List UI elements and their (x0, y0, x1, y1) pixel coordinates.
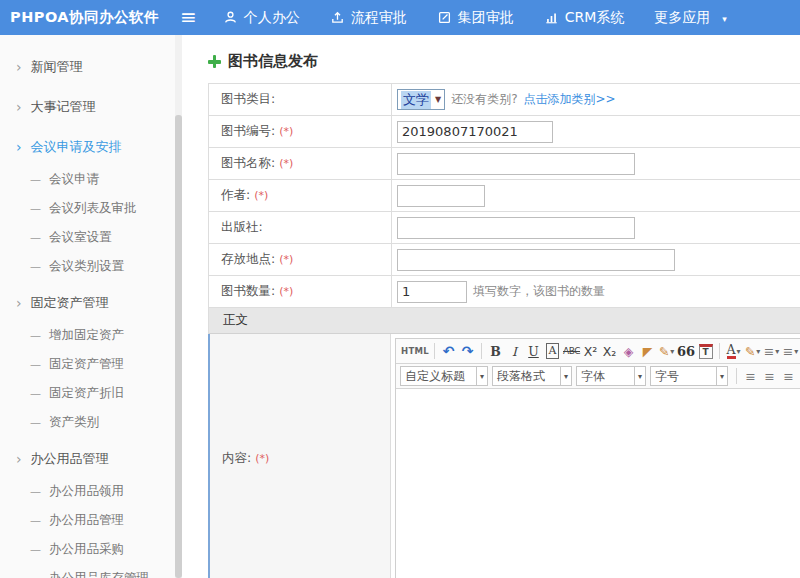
paragraph-format-select[interactable]: 段落格式 ▾ (492, 366, 572, 386)
paste-plain-text-icon[interactable]: T (699, 344, 713, 359)
category-hint: 还没有类别? (451, 91, 517, 108)
book-form: 图书类目: 文学 ▼ 还没有类别? 点击添加类别>> 图书编号: (*) (208, 83, 800, 578)
add-category-link[interactable]: 点击添加类别>> (524, 91, 616, 108)
select-caret-icon: ▼ (435, 95, 441, 104)
form-row-author: 作者: (*) (209, 180, 800, 212)
unordered-list-button[interactable]: ≡▾ (782, 341, 799, 361)
sidebar-item-meeting-category-settings[interactable]: — 会议类别设置 (0, 252, 182, 281)
category-label: 图书类目: (221, 91, 275, 108)
sidebar-item-asset-category[interactable]: — 资产类别 (0, 408, 182, 437)
upload-arrow-icon (330, 10, 345, 25)
dash-icon: — (30, 329, 41, 342)
menu-process-approval[interactable]: 流程审批 (330, 9, 407, 27)
bar-chart-icon (544, 10, 559, 25)
chevron-right-icon: › (16, 296, 22, 310)
form-row-location: 存放地点: (*) (209, 244, 800, 276)
sidebar-item-news-management[interactable]: › 新闻管理 (0, 49, 182, 85)
topbar-menu: 个人办公 流程审批 集团审批 CRM系统 更多应用 ▾ (223, 9, 727, 27)
strikethrough-button[interactable]: ABC (563, 341, 580, 361)
required-mark: (*) (255, 452, 269, 465)
italic-button[interactable]: I (506, 341, 523, 361)
underline-button[interactable]: U (525, 341, 542, 361)
sidebar-item-fixed-assets[interactable]: › 固定资产管理 (0, 285, 182, 321)
publisher-input[interactable] (397, 217, 635, 239)
topbar: PHPOA协同办公软件 ≡ 个人办公 流程审批 集团审批 CRM系统 更多应用 … (0, 0, 800, 35)
sidebar-scrollbar-track[interactable] (175, 35, 182, 578)
required-mark: (*) (254, 189, 268, 202)
required-mark: (*) (279, 125, 293, 138)
bold-button[interactable]: B (487, 341, 504, 361)
editor-content-area[interactable] (396, 389, 800, 578)
dash-icon: — (30, 416, 41, 429)
chevron-right-icon: › (16, 100, 22, 114)
undo-icon[interactable]: ↶ (440, 341, 457, 361)
author-input[interactable] (397, 185, 485, 207)
main-content: 图书信息发布 图书类目: 文学 ▼ 还没有类别? 点击添加类别>> 图书编号: (182, 35, 800, 578)
sidebar-item-supplies-request[interactable]: — 办公用品领用 (0, 477, 182, 506)
dash-icon: — (30, 572, 41, 578)
caret-down-icon: ▾ (560, 367, 571, 385)
location-input[interactable] (397, 249, 675, 271)
subscript-button[interactable]: X₂ (601, 341, 618, 361)
dash-icon: — (30, 543, 41, 556)
html-source-button[interactable]: HTML (401, 341, 429, 361)
sidebar-item-supplies-purchase[interactable]: — 办公用品采购 (0, 535, 182, 564)
menu-crm-system[interactable]: CRM系统 (544, 9, 625, 27)
location-label: 存放地点: (221, 251, 275, 268)
menu-personal-office[interactable]: 个人办公 (223, 9, 300, 27)
sidebar-nav: › 新闻管理 › 大事记管理 › 会议申请及安排 — 会议申请 — 会议列表及审… (0, 35, 182, 578)
blockquote-button[interactable]: 66 (677, 341, 695, 361)
form-row-book-name: 图书名称: (*) (209, 148, 800, 180)
sidebar-item-supplies-management[interactable]: — 办公用品管理 (0, 506, 182, 535)
sidebar-item-meeting-list-approval[interactable]: — 会议列表及审批 (0, 194, 182, 223)
align-center-icon[interactable]: ≡ (761, 366, 778, 386)
editor-toolbar-row2: 自定义标题 ▾ 段落格式 ▾ 字体 ▾ 字号 ▾ (396, 364, 800, 389)
align-left-icon[interactable]: ≡ (742, 366, 759, 386)
sidebar-scrollbar-thumb[interactable] (175, 115, 182, 578)
sidebar-item-office-supplies[interactable]: › 办公用品管理 (0, 441, 182, 477)
align-right-icon[interactable]: ≡ (780, 366, 797, 386)
superscript-button[interactable]: X² (582, 341, 599, 361)
book-name-input[interactable] (397, 153, 635, 175)
sidebar-item-add-fixed-asset[interactable]: — 增加固定资产 (0, 321, 182, 350)
quantity-label: 图书数量: (221, 283, 275, 300)
menu-more-apps[interactable]: 更多应用 (654, 9, 710, 27)
sidebar-item-supplies-inventory[interactable]: — 办公用品库存管理 (0, 564, 182, 578)
sidebar-item-meeting-management[interactable]: › 会议申请及安排 (0, 129, 182, 165)
required-mark: (*) (279, 157, 293, 170)
quantity-input[interactable] (397, 281, 467, 303)
form-row-category: 图书类目: 文学 ▼ 还没有类别? 点击添加类别>> (209, 84, 800, 116)
body-section-bar: 正文 (209, 308, 800, 334)
form-row-book-number: 图书编号: (*) (209, 116, 800, 148)
format-painter-icon[interactable]: ✎▾ (658, 341, 675, 361)
app-logo: PHPOA协同办公软件 (0, 8, 172, 27)
quantity-hint: 填写数字，该图书的数量 (473, 283, 605, 300)
publisher-label: 出版社: (221, 219, 263, 236)
sidebar-item-meeting-apply[interactable]: — 会议申请 (0, 165, 182, 194)
font-color-button[interactable]: A▾ (725, 341, 742, 361)
font-family-select[interactable]: 字体 ▾ (576, 366, 646, 386)
clear-format-icon[interactable]: ◤ (639, 341, 656, 361)
sidebar-item-milestone-management[interactable]: › 大事记管理 (0, 89, 182, 125)
menu-group-approval[interactable]: 集团审批 (437, 9, 514, 27)
form-row-content: 内容: (*) HTML ↶ ↷ B I U A ABC (209, 334, 800, 578)
dash-icon: — (30, 173, 41, 186)
font-size-select[interactable]: 字号 ▾ (650, 366, 728, 386)
dash-icon: — (30, 514, 41, 527)
ordered-list-button[interactable]: ≡▾ (763, 341, 780, 361)
sidebar-item-fixed-asset-depreciation[interactable]: — 固定资产折旧 (0, 379, 182, 408)
edit-square-icon (437, 10, 452, 25)
sidebar-item-fixed-asset-management[interactable]: — 固定资产管理 (0, 350, 182, 379)
book-number-input[interactable] (397, 121, 553, 143)
sidebar-item-meeting-room-settings[interactable]: — 会议室设置 (0, 223, 182, 252)
user-icon (223, 10, 238, 25)
page-title: 图书信息发布 (182, 35, 800, 83)
font-border-button[interactable]: A (546, 343, 560, 359)
eraser-icon[interactable]: ◈ (620, 341, 637, 361)
custom-heading-select[interactable]: 自定义标题 ▾ (400, 366, 488, 386)
caret-down-icon[interactable]: ▾ (722, 12, 727, 24)
hamburger-menu-icon[interactable]: ≡ (172, 7, 209, 29)
redo-icon[interactable]: ↷ (459, 341, 476, 361)
category-select[interactable]: 文学 ▼ (397, 89, 445, 110)
highlight-color-button[interactable]: ✎▾ (744, 341, 761, 361)
